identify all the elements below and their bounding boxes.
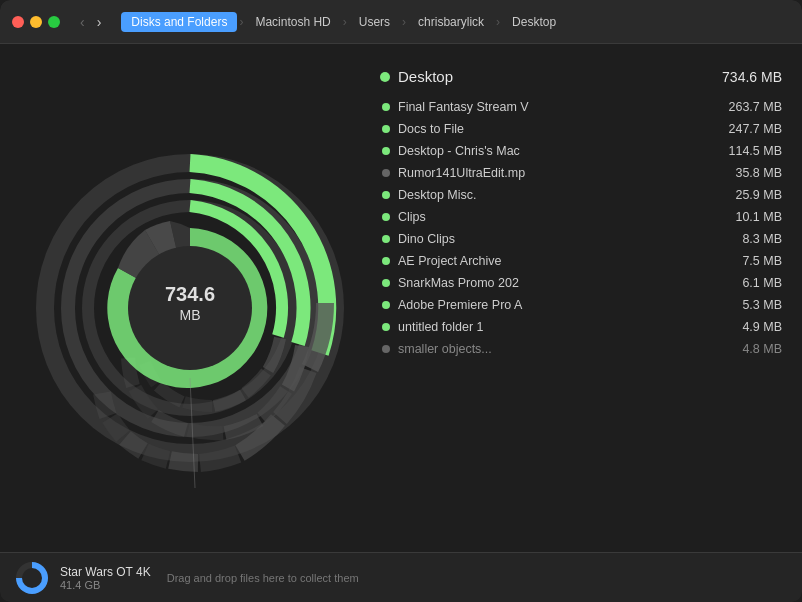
list-item[interactable]: Desktop Misc. 25.9 MB: [380, 185, 782, 205]
item-dot: [382, 257, 390, 265]
item-name: Desktop Misc.: [398, 188, 704, 202]
bottombar: Star Wars OT 4K 41.4 GB Drag and drop fi…: [0, 552, 802, 602]
item-size: 25.9 MB: [712, 188, 782, 202]
item-size: 7.5 MB: [712, 254, 782, 268]
item-name: Desktop - Chris's Mac: [398, 144, 704, 158]
maximize-button[interactable]: [48, 16, 60, 28]
item-dot: [382, 345, 390, 353]
item-name: Rumor141UltraEdit.mp: [398, 166, 704, 180]
collection-name: Star Wars OT 4K: [60, 565, 151, 579]
item-name: Adobe Premiere Pro A: [398, 298, 704, 312]
titlebar: ‹ › Disks and Folders › Macintosh HD › U…: [0, 0, 802, 44]
folder-size: 734.6 MB: [722, 69, 782, 85]
list-item[interactable]: Docs to File 247.7 MB: [380, 119, 782, 139]
list-item[interactable]: untitled folder 1 4.9 MB: [380, 317, 782, 337]
chart-area: 734.6 MB: [20, 64, 360, 532]
item-size: 35.8 MB: [712, 166, 782, 180]
item-name: smaller objects...: [398, 342, 704, 356]
traffic-lights: [12, 16, 60, 28]
minimize-button[interactable]: [30, 16, 42, 28]
breadcrumb-desktop[interactable]: Desktop: [502, 12, 566, 32]
item-size: 8.3 MB: [712, 232, 782, 246]
breadcrumb-users[interactable]: Users: [349, 12, 400, 32]
item-size: 4.9 MB: [712, 320, 782, 334]
item-dot: [382, 213, 390, 221]
item-size: 10.1 MB: [712, 210, 782, 224]
list-item[interactable]: Final Fantasy Stream V 263.7 MB: [380, 97, 782, 117]
header-dot: [380, 72, 390, 82]
folder-name: Desktop: [398, 68, 714, 85]
item-size: 6.1 MB: [712, 276, 782, 290]
item-dot: [382, 323, 390, 331]
breadcrumb-sep-4: ›: [496, 15, 500, 29]
breadcrumb-sep-1: ›: [239, 15, 243, 29]
list-item[interactable]: Desktop - Chris's Mac 114.5 MB: [380, 141, 782, 161]
nav-arrows: ‹ ›: [76, 12, 105, 32]
item-size: 263.7 MB: [712, 100, 782, 114]
list-item[interactable]: SnarkMas Promo 202 6.1 MB: [380, 273, 782, 293]
item-size: 114.5 MB: [712, 144, 782, 158]
item-dot: [382, 147, 390, 155]
disk-chart[interactable]: 734.6 MB: [30, 108, 350, 488]
item-name: Dino Clips: [398, 232, 704, 246]
forward-arrow[interactable]: ›: [93, 12, 106, 32]
bottom-info: Star Wars OT 4K 41.4 GB: [60, 565, 151, 591]
item-name: AE Project Archive: [398, 254, 704, 268]
breadcrumb-sep-2: ›: [343, 15, 347, 29]
list-header: Desktop 734.6 MB: [380, 64, 782, 95]
close-button[interactable]: [12, 16, 24, 28]
list-item[interactable]: AE Project Archive 7.5 MB: [380, 251, 782, 271]
item-dot: [382, 125, 390, 133]
item-name: Clips: [398, 210, 704, 224]
item-dot: [382, 103, 390, 111]
item-size: 5.3 MB: [712, 298, 782, 312]
breadcrumb-sep-3: ›: [402, 15, 406, 29]
breadcrumb-chrisbarylick[interactable]: chrisbarylick: [408, 12, 494, 32]
list-item[interactable]: Clips 10.1 MB: [380, 207, 782, 227]
breadcrumb: Disks and Folders › Macintosh HD › Users…: [121, 12, 566, 32]
list-item[interactable]: Adobe Premiere Pro A 5.3 MB: [380, 295, 782, 315]
item-dot: [382, 235, 390, 243]
list-area: Desktop 734.6 MB Final Fantasy Stream V …: [380, 64, 782, 532]
collection-icon: [16, 562, 48, 594]
breadcrumb-disks-and-folders[interactable]: Disks and Folders: [121, 12, 237, 32]
chart-center-unit: MB: [180, 307, 201, 323]
breadcrumb-macintosh-hd[interactable]: Macintosh HD: [245, 12, 340, 32]
item-name: SnarkMas Promo 202: [398, 276, 704, 290]
item-dot: [382, 279, 390, 287]
collection-size: 41.4 GB: [60, 579, 151, 591]
drop-hint: Drag and drop files here to collect them: [167, 572, 359, 584]
item-dot: [382, 191, 390, 199]
item-dot: [382, 169, 390, 177]
list-item[interactable]: Rumor141UltraEdit.mp 35.8 MB: [380, 163, 782, 183]
list-item[interactable]: Dino Clips 8.3 MB: [380, 229, 782, 249]
list-item[interactable]: smaller objects... 4.8 MB: [380, 339, 782, 359]
item-name: Final Fantasy Stream V: [398, 100, 704, 114]
back-arrow[interactable]: ‹: [76, 12, 89, 32]
item-name: Docs to File: [398, 122, 704, 136]
item-size: 247.7 MB: [712, 122, 782, 136]
main-content: 734.6 MB Desktop 734.6 MB Final Fantasy …: [0, 44, 802, 552]
item-name: untitled folder 1: [398, 320, 704, 334]
item-size: 4.8 MB: [712, 342, 782, 356]
item-dot: [382, 301, 390, 309]
chart-center-value: 734.6: [165, 283, 215, 305]
